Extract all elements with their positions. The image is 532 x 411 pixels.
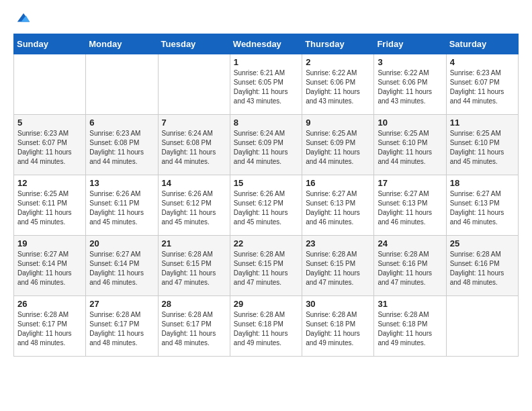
day-number: 4 xyxy=(450,57,515,67)
calendar-header-thursday: Thursday xyxy=(302,34,374,54)
day-info: Sunrise: 6:21 AMSunset: 6:05 PMDaylight:… xyxy=(234,68,298,106)
day-info: Sunrise: 6:23 AMSunset: 6:07 PMDaylight:… xyxy=(17,129,82,167)
calendar-cell: 6Sunrise: 6:23 AMSunset: 6:08 PMDaylight… xyxy=(86,115,158,175)
calendar-cell: 18Sunrise: 6:27 AMSunset: 6:13 PMDayligh… xyxy=(446,175,518,236)
day-number: 7 xyxy=(162,118,226,128)
calendar-cell: 1Sunrise: 6:21 AMSunset: 6:05 PMDaylight… xyxy=(230,54,302,115)
day-number: 2 xyxy=(306,57,370,67)
day-info: Sunrise: 6:22 AMSunset: 6:06 PMDaylight:… xyxy=(306,68,370,106)
calendar-cell: 20Sunrise: 6:27 AMSunset: 6:14 PMDayligh… xyxy=(86,236,158,296)
day-number: 6 xyxy=(89,118,154,128)
day-info: Sunrise: 6:28 AMSunset: 6:16 PMDaylight:… xyxy=(450,250,515,287)
calendar-cell: 26Sunrise: 6:28 AMSunset: 6:17 PMDayligh… xyxy=(14,296,86,357)
day-number: 31 xyxy=(378,299,442,309)
calendar-cell: 11Sunrise: 6:25 AMSunset: 6:10 PMDayligh… xyxy=(446,115,518,175)
day-number: 30 xyxy=(306,299,370,309)
day-info: Sunrise: 6:28 AMSunset: 6:15 PMDaylight:… xyxy=(306,250,370,287)
calendar-cell: 4Sunrise: 6:23 AMSunset: 6:07 PMDaylight… xyxy=(446,54,518,115)
calendar-cell xyxy=(158,54,230,115)
day-number: 13 xyxy=(89,178,154,188)
day-number: 20 xyxy=(89,238,154,248)
day-number: 1 xyxy=(234,57,298,67)
calendar-week-1: 1Sunrise: 6:21 AMSunset: 6:05 PMDaylight… xyxy=(14,54,519,115)
day-info: Sunrise: 6:28 AMSunset: 6:16 PMDaylight:… xyxy=(378,250,442,287)
calendar-cell: 21Sunrise: 6:28 AMSunset: 6:15 PMDayligh… xyxy=(158,236,230,296)
calendar-table: SundayMondayTuesdayWednesdayThursdayFrid… xyxy=(13,34,519,357)
day-info: Sunrise: 6:25 AMSunset: 6:10 PMDaylight:… xyxy=(450,129,515,167)
day-info: Sunrise: 6:28 AMSunset: 6:17 PMDaylight:… xyxy=(89,310,154,348)
calendar-header-monday: Monday xyxy=(86,34,158,54)
calendar-cell: 8Sunrise: 6:24 AMSunset: 6:09 PMDaylight… xyxy=(230,115,302,175)
calendar-header-saturday: Saturday xyxy=(446,34,518,54)
calendar-cell xyxy=(446,296,518,357)
calendar-cell: 23Sunrise: 6:28 AMSunset: 6:15 PMDayligh… xyxy=(302,236,374,296)
calendar-header-tuesday: Tuesday xyxy=(158,34,230,54)
day-info: Sunrise: 6:24 AMSunset: 6:09 PMDaylight:… xyxy=(234,129,298,167)
day-info: Sunrise: 6:25 AMSunset: 6:11 PMDaylight:… xyxy=(17,189,82,227)
day-info: Sunrise: 6:26 AMSunset: 6:11 PMDaylight:… xyxy=(89,189,154,227)
day-number: 25 xyxy=(450,238,515,248)
logo-icon xyxy=(16,11,31,26)
calendar-cell: 15Sunrise: 6:26 AMSunset: 6:12 PMDayligh… xyxy=(230,175,302,236)
calendar-cell: 19Sunrise: 6:27 AMSunset: 6:14 PMDayligh… xyxy=(14,236,86,296)
day-info: Sunrise: 6:26 AMSunset: 6:12 PMDaylight:… xyxy=(162,189,226,227)
day-info: Sunrise: 6:28 AMSunset: 6:18 PMDaylight:… xyxy=(378,310,442,348)
day-info: Sunrise: 6:25 AMSunset: 6:10 PMDaylight:… xyxy=(378,129,442,167)
calendar-cell xyxy=(14,54,86,115)
day-number: 26 xyxy=(17,299,82,309)
calendar-cell: 7Sunrise: 6:24 AMSunset: 6:08 PMDaylight… xyxy=(158,115,230,175)
calendar-cell xyxy=(86,54,158,115)
calendar-week-4: 19Sunrise: 6:27 AMSunset: 6:14 PMDayligh… xyxy=(14,236,519,296)
day-info: Sunrise: 6:25 AMSunset: 6:09 PMDaylight:… xyxy=(306,129,370,167)
day-info: Sunrise: 6:27 AMSunset: 6:13 PMDaylight:… xyxy=(378,189,442,227)
calendar-cell: 5Sunrise: 6:23 AMSunset: 6:07 PMDaylight… xyxy=(14,115,86,175)
day-info: Sunrise: 6:28 AMSunset: 6:17 PMDaylight:… xyxy=(17,310,82,348)
day-info: Sunrise: 6:23 AMSunset: 6:07 PMDaylight:… xyxy=(450,68,515,106)
calendar-cell: 3Sunrise: 6:22 AMSunset: 6:06 PMDaylight… xyxy=(374,54,446,115)
calendar-week-2: 5Sunrise: 6:23 AMSunset: 6:07 PMDaylight… xyxy=(14,115,519,175)
calendar-cell: 27Sunrise: 6:28 AMSunset: 6:17 PMDayligh… xyxy=(86,296,158,357)
day-info: Sunrise: 6:28 AMSunset: 6:17 PMDaylight:… xyxy=(162,310,226,348)
day-info: Sunrise: 6:27 AMSunset: 6:14 PMDaylight:… xyxy=(17,250,82,287)
day-number: 12 xyxy=(17,178,82,188)
day-number: 24 xyxy=(378,238,442,248)
calendar-cell: 29Sunrise: 6:28 AMSunset: 6:18 PMDayligh… xyxy=(230,296,302,357)
day-number: 18 xyxy=(450,178,515,188)
calendar-cell: 28Sunrise: 6:28 AMSunset: 6:17 PMDayligh… xyxy=(158,296,230,357)
calendar-cell: 13Sunrise: 6:26 AMSunset: 6:11 PMDayligh… xyxy=(86,175,158,236)
day-number: 14 xyxy=(162,178,226,188)
day-number: 3 xyxy=(378,57,442,67)
calendar-cell: 17Sunrise: 6:27 AMSunset: 6:13 PMDayligh… xyxy=(374,175,446,236)
day-number: 23 xyxy=(306,238,370,248)
day-number: 21 xyxy=(162,238,226,248)
day-number: 15 xyxy=(234,178,298,188)
calendar-header-row: SundayMondayTuesdayWednesdayThursdayFrid… xyxy=(14,34,519,54)
day-info: Sunrise: 6:26 AMSunset: 6:12 PMDaylight:… xyxy=(234,189,298,227)
day-info: Sunrise: 6:22 AMSunset: 6:06 PMDaylight:… xyxy=(378,68,442,106)
calendar-cell: 24Sunrise: 6:28 AMSunset: 6:16 PMDayligh… xyxy=(374,236,446,296)
day-number: 19 xyxy=(17,238,82,248)
page-header xyxy=(13,11,519,26)
calendar-header-sunday: Sunday xyxy=(14,34,86,54)
calendar-cell: 14Sunrise: 6:26 AMSunset: 6:12 PMDayligh… xyxy=(158,175,230,236)
day-number: 10 xyxy=(378,118,442,128)
day-info: Sunrise: 6:24 AMSunset: 6:08 PMDaylight:… xyxy=(162,129,226,167)
day-number: 17 xyxy=(378,178,442,188)
day-info: Sunrise: 6:28 AMSunset: 6:15 PMDaylight:… xyxy=(162,250,226,287)
calendar-cell: 9Sunrise: 6:25 AMSunset: 6:09 PMDaylight… xyxy=(302,115,374,175)
day-number: 11 xyxy=(450,118,515,128)
calendar-cell: 31Sunrise: 6:28 AMSunset: 6:18 PMDayligh… xyxy=(374,296,446,357)
calendar-header-friday: Friday xyxy=(374,34,446,54)
day-info: Sunrise: 6:28 AMSunset: 6:15 PMDaylight:… xyxy=(234,250,298,287)
day-info: Sunrise: 6:28 AMSunset: 6:18 PMDaylight:… xyxy=(306,310,370,348)
calendar-cell: 10Sunrise: 6:25 AMSunset: 6:10 PMDayligh… xyxy=(374,115,446,175)
day-info: Sunrise: 6:27 AMSunset: 6:14 PMDaylight:… xyxy=(89,250,154,287)
day-number: 29 xyxy=(234,299,298,309)
day-info: Sunrise: 6:27 AMSunset: 6:13 PMDaylight:… xyxy=(306,189,370,227)
calendar-cell: 25Sunrise: 6:28 AMSunset: 6:16 PMDayligh… xyxy=(446,236,518,296)
day-number: 5 xyxy=(17,118,82,128)
calendar-header-wednesday: Wednesday xyxy=(230,34,302,54)
day-number: 22 xyxy=(234,238,298,248)
calendar-week-5: 26Sunrise: 6:28 AMSunset: 6:17 PMDayligh… xyxy=(14,296,519,357)
calendar-cell: 2Sunrise: 6:22 AMSunset: 6:06 PMDaylight… xyxy=(302,54,374,115)
